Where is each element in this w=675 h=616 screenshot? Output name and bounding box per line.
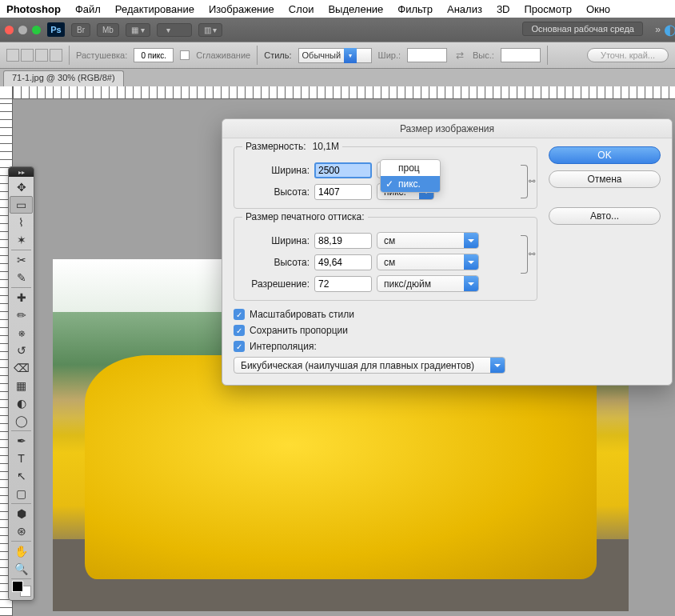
cancel-button[interactable]: Отмена (549, 170, 661, 188)
3d-camera-tool[interactable]: ⊛ (10, 522, 33, 540)
print-width-unit-select[interactable]: см (377, 232, 479, 249)
auto-button[interactable]: Авто... (549, 207, 661, 225)
menu-filter[interactable]: Фильтр (397, 3, 433, 15)
menu-view[interactable]: Просмотр (525, 3, 572, 15)
px-width-label: Ширина: (242, 165, 310, 176)
clone-stamp-tool[interactable]: ⎈ (10, 324, 33, 342)
unit-dropdown-open: проц пикс. (380, 159, 441, 193)
type-tool[interactable]: T (10, 450, 33, 467)
overflow-icon[interactable]: » (655, 24, 661, 35)
move-tool[interactable]: ✥ (10, 178, 33, 196)
pen-tool[interactable]: ✒ (10, 432, 33, 450)
hand-tool[interactable]: ✋ (10, 542, 33, 560)
healing-brush-tool[interactable]: ✚ (10, 289, 33, 306)
screenmode-dropdown[interactable]: ▦ ▾ (126, 23, 150, 37)
menu-analysis[interactable]: Анализ (447, 3, 482, 15)
zoom-dropdown[interactable]: ▾ (157, 23, 192, 37)
quick-select-tool[interactable]: ✶ (10, 231, 33, 249)
unit-value: пикс/дюйм (384, 278, 431, 290)
selection-new-icon[interactable] (6, 49, 19, 62)
lasso-tool[interactable]: ⌇ (10, 214, 33, 231)
style-label: Стиль: (264, 50, 291, 60)
unit-option-pixels[interactable]: пикс. (381, 176, 440, 192)
selection-add-icon[interactable] (21, 49, 34, 62)
window-controls (3, 26, 41, 34)
print-height-label: Высота: (242, 257, 310, 268)
print-height-input[interactable] (314, 254, 372, 270)
unit-option-percent[interactable]: проц (381, 160, 440, 176)
marquee-tool[interactable]: ▭ (10, 196, 33, 214)
resolution-input[interactable] (314, 276, 372, 292)
refine-edge-button[interactable]: Уточн. край... (587, 48, 669, 62)
foreground-color[interactable] (12, 581, 23, 592)
selection-subtract-icon[interactable] (35, 49, 48, 62)
height-input (501, 48, 541, 62)
separator (11, 578, 31, 579)
constrain-link-icon: ⚯ (521, 235, 529, 272)
chevron-down-icon (464, 254, 478, 270)
ok-button[interactable]: OK (549, 146, 661, 164)
search-icon[interactable]: ◐ (664, 21, 675, 38)
interpolation-checkbox[interactable]: ✓ (234, 341, 245, 352)
brush-tool[interactable]: ✏ (10, 306, 33, 324)
feather-label: Растушевка: (76, 50, 127, 60)
width-input (407, 48, 447, 62)
scale-styles-label: Масштабировать стили (250, 309, 354, 320)
eraser-tool[interactable]: ⌫ (10, 359, 33, 377)
menu-window[interactable]: Окно (586, 3, 610, 15)
history-brush-tool[interactable]: ↺ (10, 342, 33, 359)
tools-panel: ▸▸ ✥ ▭ ⌇ ✶ ✂ ✎ ✚ ✏ ⎈ ↺ ⌫ ▦ ◐ ◯ ✒ T ↖ ▢ ⬢… (8, 166, 34, 601)
ruler-horizontal[interactable] (13, 86, 675, 99)
separator (11, 430, 31, 431)
tools-panel-header[interactable]: ▸▸ (9, 167, 34, 177)
app-name: Photoshop (6, 3, 61, 15)
menu-image[interactable]: Изображение (209, 3, 274, 15)
3d-tool[interactable]: ⬢ (10, 505, 33, 522)
gradient-tool[interactable]: ▦ (10, 377, 33, 394)
antialias-checkbox[interactable] (180, 50, 190, 60)
feather-input[interactable] (134, 48, 174, 62)
resolution-label: Разрешение: (242, 278, 310, 290)
minibridge-pill[interactable]: Mb (97, 23, 119, 37)
chevron-down-icon (464, 233, 478, 248)
dodge-tool[interactable]: ◯ (10, 412, 33, 430)
px-height-label: Высота: (242, 186, 310, 198)
color-swatches[interactable] (12, 581, 31, 597)
eyedropper-tool[interactable]: ✎ (10, 269, 33, 286)
ok-label: OK (597, 150, 611, 161)
workspace-switcher[interactable]: Основная рабочая среда (522, 22, 643, 36)
px-width-input[interactable] (314, 162, 372, 178)
separator (11, 503, 31, 504)
crop-tool[interactable]: ✂ (10, 251, 33, 269)
document-tab[interactable]: 71-1.jpg @ 30% (RGB/8#) (3, 70, 124, 86)
path-select-tool[interactable]: ↖ (10, 467, 33, 485)
zoom-window[interactable] (32, 26, 41, 34)
constrain-proportions-row: ✓ Сохранить пропорции (234, 325, 537, 336)
minimize-window[interactable] (18, 26, 27, 34)
menu-select[interactable]: Выделение (328, 3, 383, 15)
menu-3d[interactable]: 3D (497, 3, 510, 15)
close-window[interactable] (5, 26, 14, 34)
blur-tool[interactable]: ◐ (10, 394, 33, 412)
style-select[interactable]: Обычный ▾ (298, 48, 372, 63)
shape-tool[interactable]: ▢ (10, 485, 33, 502)
interpolation-select[interactable]: Бикубическая (наилучшая для плавных град… (234, 357, 505, 374)
menu-file[interactable]: Файл (75, 3, 101, 15)
swap-wh-icon[interactable]: ⇄ (453, 49, 466, 62)
px-height-input[interactable] (314, 184, 372, 200)
menu-edit[interactable]: Редактирование (115, 3, 194, 15)
menu-layers[interactable]: Слои (289, 3, 314, 15)
print-width-input[interactable] (314, 233, 372, 249)
constrain-proportions-checkbox[interactable]: ✓ (234, 325, 245, 336)
workspace-label: Основная рабочая среда (531, 24, 634, 34)
selection-intersect-icon[interactable] (50, 49, 62, 62)
scale-styles-checkbox[interactable]: ✓ (234, 309, 245, 320)
dimensions-label: Размерность: (246, 141, 306, 152)
bridge-pill[interactable]: Br (71, 23, 90, 37)
zoom-tool[interactable]: 🔍 (10, 560, 33, 578)
resolution-unit-select[interactable]: пикс/дюйм (377, 275, 479, 292)
arrange-dropdown[interactable]: ▥ ▾ (198, 23, 223, 37)
app-bar: Ps Br Mb ▦ ▾ ▾ ▥ ▾ Основная рабочая сред… (0, 18, 675, 42)
document-tab-bar: 71-1.jpg @ 30% (RGB/8#) (0, 69, 675, 86)
print-height-unit-select[interactable]: см (377, 254, 479, 270)
